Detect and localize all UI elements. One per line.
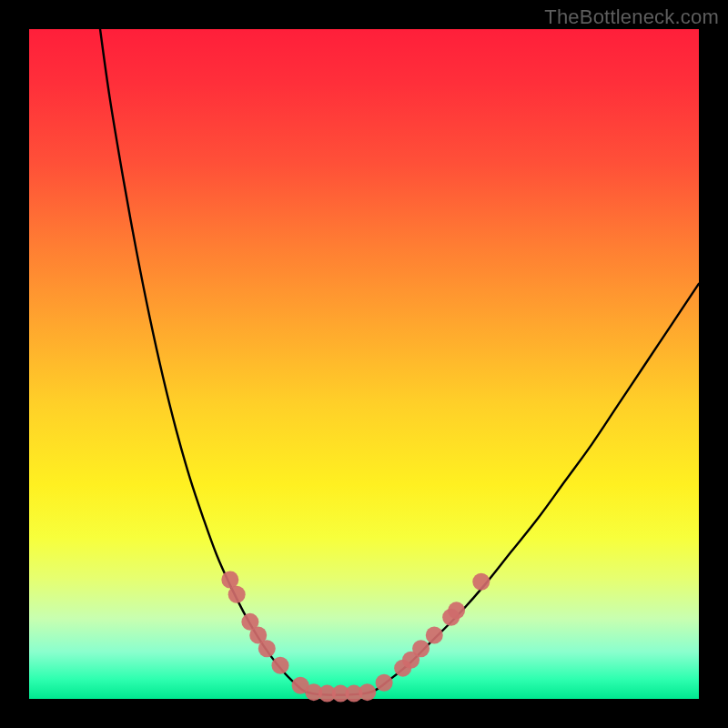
- data-marker: [426, 627, 443, 644]
- chart-frame: TheBottleneck.com: [0, 0, 728, 728]
- data-marker: [376, 674, 393, 692]
- data-marker: [472, 573, 490, 591]
- chart-plot-area: [29, 29, 699, 699]
- marker-layer: [221, 571, 490, 702]
- data-marker: [228, 586, 246, 603]
- data-marker: [272, 657, 289, 674]
- data-marker: [359, 683, 376, 701]
- data-marker: [221, 571, 238, 588]
- curve-path: [100, 29, 699, 695]
- bottleneck-curve: [29, 29, 699, 699]
- data-marker: [448, 602, 465, 619]
- watermark-text: TheBottleneck.com: [544, 5, 719, 29]
- data-marker: [412, 640, 430, 657]
- data-marker: [258, 640, 276, 657]
